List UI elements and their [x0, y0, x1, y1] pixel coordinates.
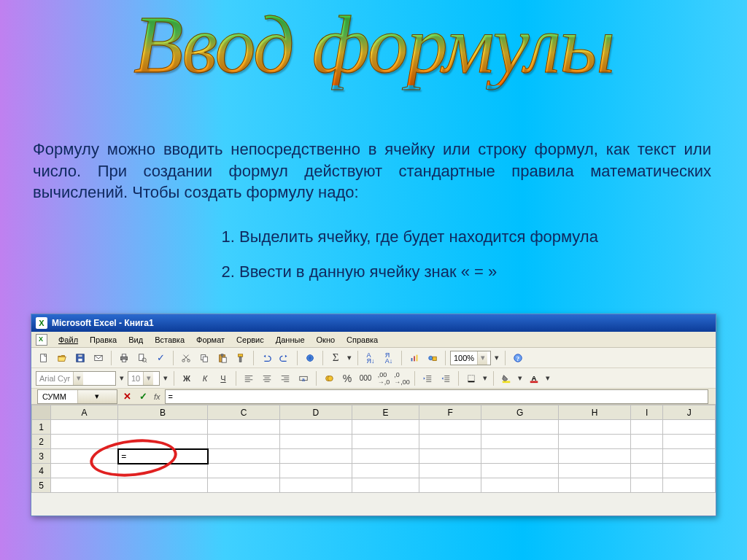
dropdown-arrow-icon[interactable]: ▾ — [118, 370, 125, 386]
cell[interactable] — [559, 449, 631, 464]
autosum-icon[interactable]: Σ — [328, 350, 344, 366]
decrease-decimal-icon[interactable]: ,0→,00 — [394, 370, 410, 386]
col-header[interactable]: H — [559, 405, 631, 420]
row-header[interactable]: 4 — [32, 464, 51, 478]
dropdown-arrow-icon[interactable]: ▾ — [516, 370, 524, 386]
col-header[interactable]: B — [118, 405, 208, 420]
menu-window[interactable]: Окно — [311, 334, 341, 346]
cell[interactable] — [630, 449, 662, 464]
name-box[interactable]: СУММ ▾ — [37, 389, 117, 404]
cell[interactable] — [630, 478, 662, 493]
cell[interactable] — [481, 449, 559, 464]
col-header[interactable]: C — [208, 405, 280, 420]
cell[interactable] — [279, 420, 352, 435]
cell[interactable] — [419, 435, 481, 449]
cell[interactable] — [559, 435, 631, 449]
cut-icon[interactable] — [178, 350, 194, 366]
align-right-icon[interactable] — [277, 370, 293, 386]
cell[interactable] — [51, 420, 118, 435]
menu-file[interactable]: Файл — [53, 334, 83, 346]
cell[interactable] — [208, 449, 280, 464]
cell[interactable] — [51, 435, 118, 449]
worksheet-grid[interactable]: A B C D E F G H I J 1 2 3= 4 5 — [31, 405, 716, 493]
cell[interactable] — [559, 464, 631, 478]
row-header[interactable]: 1 — [32, 420, 51, 435]
font-color-icon[interactable]: A — [526, 370, 542, 386]
cell[interactable] — [352, 435, 419, 449]
cell[interactable] — [481, 420, 559, 435]
cell[interactable] — [208, 435, 280, 449]
dropdown-arrow-icon[interactable]: ▾ — [493, 350, 500, 366]
print-preview-icon[interactable] — [134, 350, 150, 366]
cell[interactable] — [51, 464, 118, 478]
paste-icon[interactable] — [214, 350, 231, 366]
col-header[interactable]: I — [630, 405, 662, 420]
cell[interactable] — [630, 420, 662, 435]
cell[interactable] — [663, 464, 716, 478]
cell[interactable] — [481, 435, 559, 449]
fx-label[interactable]: fx — [154, 392, 160, 401]
save-icon[interactable] — [72, 350, 88, 366]
dropdown-arrow-icon[interactable]: ▾ — [544, 370, 551, 386]
col-header[interactable]: D — [279, 405, 352, 420]
menu-edit[interactable]: Правка — [85, 334, 122, 346]
cancel-icon[interactable]: ✕ — [120, 390, 133, 403]
dropdown-arrow-icon[interactable]: ▾ — [481, 370, 489, 386]
menu-help[interactable]: Справка — [341, 334, 383, 346]
new-file-icon[interactable] — [36, 350, 52, 366]
cell[interactable] — [279, 449, 352, 464]
row-header[interactable]: 3 — [32, 449, 51, 464]
cell[interactable] — [419, 478, 481, 493]
cell[interactable] — [51, 449, 118, 464]
undo-icon[interactable] — [258, 350, 274, 366]
percent-icon[interactable]: % — [339, 370, 355, 386]
row-header[interactable]: 5 — [32, 478, 51, 493]
merge-center-icon[interactable]: a — [295, 370, 311, 386]
drawing-icon[interactable] — [425, 350, 441, 366]
underline-icon[interactable]: Ч — [215, 370, 231, 386]
cell[interactable] — [352, 449, 419, 464]
cell[interactable] — [663, 420, 716, 435]
font-size-combo[interactable]: 10 ▾ — [128, 371, 160, 386]
sort-desc-icon[interactable]: ЯА↓ — [381, 350, 397, 366]
menu-data[interactable]: Данные — [271, 334, 310, 346]
increase-indent-icon[interactable] — [438, 370, 454, 386]
cell[interactable] — [419, 420, 481, 435]
cell[interactable] — [118, 464, 208, 478]
cell[interactable] — [352, 464, 419, 478]
increase-decimal-icon[interactable]: ,00→,0 — [376, 370, 392, 386]
comma-style-icon[interactable]: 000 — [357, 370, 374, 386]
hyperlink-icon[interactable] — [302, 350, 318, 366]
sort-asc-icon[interactable]: АЯ↓ — [363, 350, 379, 366]
cell[interactable] — [630, 464, 662, 478]
bold-icon[interactable]: Ж — [179, 370, 195, 386]
cell[interactable] — [279, 435, 352, 449]
italic-icon[interactable]: К — [197, 370, 213, 386]
cell[interactable] — [481, 464, 559, 478]
currency-icon[interactable] — [321, 370, 337, 386]
format-painter-icon[interactable] — [233, 350, 249, 366]
cell[interactable] — [419, 449, 481, 464]
cell[interactable] — [118, 435, 208, 449]
borders-icon[interactable] — [463, 370, 479, 386]
font-name-combo[interactable]: Arial Cyr ▾ — [36, 371, 116, 386]
formula-bar[interactable]: = — [165, 389, 708, 404]
col-header[interactable]: E — [352, 405, 419, 420]
zoom-combo[interactable]: 100% ▾ — [450, 351, 491, 365]
cell[interactable] — [663, 449, 716, 464]
fill-color-icon[interactable] — [498, 370, 514, 386]
chart-wizard-icon[interactable] — [406, 350, 422, 366]
menu-view[interactable]: Вид — [123, 334, 148, 346]
cell[interactable] — [663, 478, 716, 493]
row-header[interactable]: 2 — [32, 435, 51, 449]
col-header[interactable]: J — [663, 405, 716, 420]
decrease-indent-icon[interactable] — [419, 370, 436, 386]
cell[interactable] — [559, 420, 631, 435]
cell[interactable] — [208, 420, 280, 435]
cell[interactable] — [419, 464, 481, 478]
cell-active[interactable]: = — [118, 449, 208, 464]
enter-icon[interactable]: ✓ — [136, 390, 150, 403]
mail-icon[interactable] — [90, 350, 107, 366]
help-icon[interactable]: ? — [510, 350, 526, 366]
spellcheck-icon[interactable]: ✓ — [152, 350, 169, 366]
